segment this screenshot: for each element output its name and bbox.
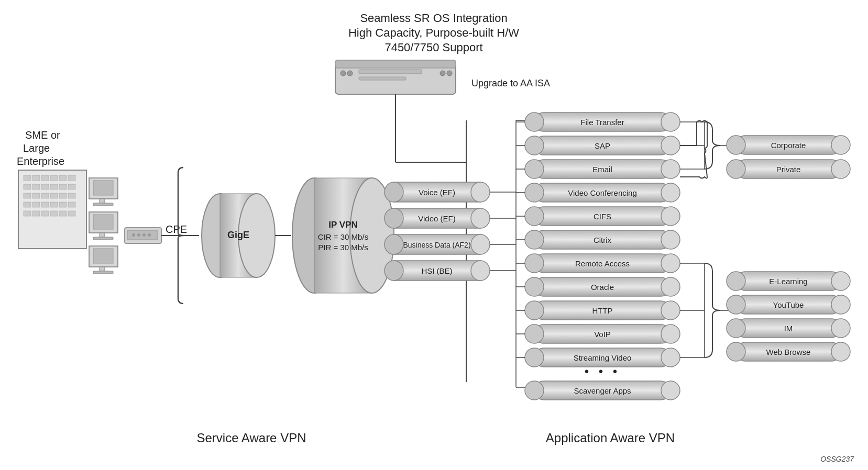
svg-rect-29	[50, 193, 58, 198]
app-sap: SAP	[595, 141, 610, 150]
svg-point-131	[727, 160, 745, 178]
svg-point-82	[471, 261, 490, 281]
svg-point-139	[727, 272, 745, 290]
svg-rect-33	[32, 202, 40, 207]
group-private: Private	[776, 165, 801, 174]
svg-rect-18	[59, 175, 67, 181]
pipe-voice: Voice (EF)	[419, 188, 455, 197]
svg-rect-55	[93, 271, 113, 274]
svg-point-3	[347, 71, 353, 76]
svg-point-79	[471, 234, 490, 254]
svg-text:Enterprise: Enterprise	[17, 155, 64, 167]
sme-label: SME or	[25, 129, 60, 141]
svg-rect-39	[32, 211, 40, 216]
diagram-container: Seamless SR OS Integration High Capacity…	[0, 0, 868, 470]
ossg-label: OSSG237	[820, 455, 854, 463]
pipe-biz: Business Data (AF2)	[403, 241, 470, 249]
svg-rect-17	[50, 175, 58, 181]
svg-point-121	[661, 381, 680, 400]
ipvpn-label: IP VPN	[328, 220, 357, 230]
svg-rect-50	[100, 233, 105, 237]
svg-point-128	[727, 136, 745, 154]
svg-point-90	[525, 136, 544, 155]
app-oracle: Oracle	[591, 283, 614, 292]
svg-point-102	[525, 230, 544, 249]
svg-point-99	[525, 207, 544, 226]
svg-rect-22	[41, 184, 49, 189]
app-streaming: Streaming Video	[574, 353, 632, 362]
pipe-hsi: HSI (BE)	[421, 266, 452, 275]
title-line1: Seamless SR OS Integration	[360, 12, 507, 25]
group-corporate: Corporate	[771, 141, 806, 150]
svg-point-109	[661, 277, 680, 296]
svg-point-6	[440, 71, 445, 76]
svg-point-2	[340, 71, 346, 76]
app-http: HTTP	[592, 306, 612, 315]
svg-point-7	[447, 71, 452, 76]
svg-rect-40	[41, 211, 49, 216]
svg-point-58	[132, 233, 135, 237]
app-scavenger: Scavenger Apps	[574, 386, 631, 395]
title-line2: High Capacity, Purpose-built H/W	[348, 26, 519, 39]
svg-point-73	[471, 182, 490, 202]
svg-rect-14	[24, 175, 31, 181]
svg-rect-24	[59, 184, 67, 189]
svg-rect-54	[100, 267, 105, 271]
svg-rect-41	[50, 211, 58, 216]
ipvpn-pir: PIR = 30 Mb/s	[318, 243, 368, 252]
cpe-label: CPE	[166, 223, 187, 235]
svg-rect-25	[68, 184, 75, 189]
svg-rect-26	[24, 193, 31, 198]
svg-rect-1	[335, 60, 456, 68]
svg-rect-53	[93, 249, 113, 263]
svg-rect-23	[50, 184, 58, 189]
ipvpn-cir: CIR = 30 Mb/s	[318, 232, 368, 241]
svg-point-106	[661, 254, 680, 273]
app-dots: • • •	[585, 364, 621, 378]
app-cifs: CIFS	[594, 212, 611, 221]
svg-point-132	[831, 160, 850, 178]
svg-point-75	[384, 208, 403, 228]
svg-rect-4	[359, 70, 422, 74]
svg-rect-42	[59, 211, 67, 216]
svg-point-117	[525, 348, 544, 367]
app-video-conf: Video Conferencing	[568, 188, 636, 197]
svg-point-61	[148, 233, 151, 237]
svg-rect-38	[24, 211, 31, 216]
svg-rect-45	[93, 181, 113, 195]
bottom-label-left: Service Aware VPN	[197, 431, 306, 445]
app-email: Email	[592, 165, 612, 174]
gige-label: GigE	[227, 230, 249, 240]
svg-point-96	[525, 183, 544, 202]
app-file-transfer: File Transfer	[580, 118, 624, 127]
svg-point-146	[831, 319, 850, 338]
svg-point-118	[661, 348, 680, 367]
svg-point-59	[137, 233, 140, 237]
svg-rect-15	[32, 175, 40, 181]
svg-point-111	[525, 301, 544, 320]
svg-point-93	[525, 160, 544, 178]
group-youtube: YouTube	[773, 300, 804, 309]
svg-point-103	[661, 230, 680, 249]
svg-point-100	[661, 207, 680, 226]
svg-rect-37	[68, 202, 75, 207]
svg-rect-20	[24, 184, 31, 189]
svg-rect-34	[41, 202, 49, 207]
svg-point-97	[661, 183, 680, 202]
svg-rect-31	[68, 193, 75, 198]
svg-rect-19	[68, 175, 75, 181]
svg-point-149	[831, 342, 850, 361]
svg-rect-13	[18, 170, 86, 249]
group-elearning: E-Learning	[769, 277, 807, 286]
svg-text:Large: Large	[23, 142, 50, 154]
svg-rect-30	[59, 193, 67, 198]
svg-point-114	[525, 324, 544, 343]
group-webbrowse: Web Browse	[766, 348, 811, 356]
svg-point-76	[471, 208, 490, 228]
svg-rect-16	[41, 175, 49, 181]
svg-point-88	[661, 113, 680, 131]
svg-point-91	[661, 136, 680, 155]
svg-point-87	[525, 113, 544, 131]
svg-rect-35	[50, 202, 58, 207]
svg-rect-21	[32, 184, 40, 189]
